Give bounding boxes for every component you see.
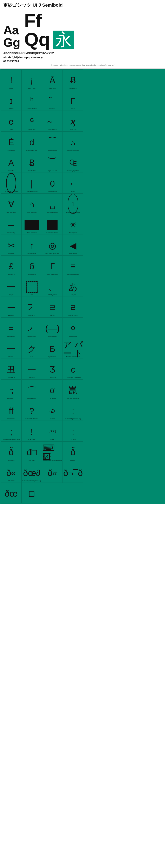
grid-row: ðœ□ <box>1 483 164 503</box>
cell-label: Misc Math Symbols B <box>42 253 63 254</box>
cell-glyph <box>6 173 16 193</box>
cell: ΓGreek <box>63 90 83 111</box>
cell: 1Enclosed Alphanums <box>63 193 83 214</box>
cell: ㄹKanbun <box>42 297 63 317</box>
cell-glyph: ff <box>9 400 14 421</box>
cell-label: CJK Ext I <box>63 459 83 461</box>
cell: ーKatakana <box>1 297 22 317</box>
grid-row: ∀Math Operators⌂Misc Technical␣Control P… <box>1 193 164 214</box>
cell-glyph: ðœ∂ <box>23 462 40 483</box>
cell-label: Latin 1 Sup <box>22 87 42 89</box>
cell: dPhonetic Ext Sup <box>22 131 42 152</box>
cell-glyph: ϗ <box>70 111 76 131</box>
cell-label: Latin Ext C <box>1 273 21 275</box>
cell: ⌒Vertical Forms <box>22 379 42 400</box>
cell: (—)Enclosed CJK <box>42 317 63 338</box>
cell-glyph: È <box>8 132 14 152</box>
cell-label: CJK Compat Ideographs <box>63 377 83 378</box>
cell-label: CJK Compat Forms <box>63 397 83 399</box>
cell: ◀Misc Arrows <box>63 235 83 255</box>
cell: 一Kangxi <box>1 276 22 297</box>
cell-glyph: ð« <box>48 462 57 483</box>
cell: ̴Diacritics Ext <box>42 111 63 131</box>
cell: ГSup Punctuation <box>42 255 63 276</box>
alphabet-row: ABCDEFGHIJKLMNOPQRSTUVWXYZ abcdefghijklm… <box>3 51 162 64</box>
cell-glyph: 一 <box>28 359 36 379</box>
cell: cCJK Compat Ideographs <box>63 359 83 379</box>
cell: ̈Diacritics <box>42 90 63 111</box>
cell-label: Cyrillic Ext B <box>42 356 63 358</box>
cell-glyph: ← <box>69 173 77 193</box>
cell-glyph: ; <box>10 421 12 441</box>
cell: ᆯBopomofo Ext <box>63 297 83 317</box>
source-line: © Design by fontbe.com Font Source: http… <box>3 64 162 67</box>
cell-glyph: : <box>72 421 74 441</box>
cell-glyph: 1 <box>68 194 78 214</box>
cell-glyph: ↑ <box>30 235 34 255</box>
cell: ꩜Specials <box>42 400 63 421</box>
cell: ð«CJK Ext G <box>1 462 22 483</box>
cell-glyph: ㄹ <box>48 297 57 317</box>
cell-label: IEC <box>22 294 42 296</box>
cell-label: Diacritics <box>42 108 63 110</box>
grid-row: еCyrillicᴳCyrillic Sup̴Diacritics ExtϗCy… <box>1 111 164 131</box>
cell-glyph: 一 <box>7 276 15 297</box>
grid-row: 丑Latin Ext D一Kayah LiƷLatin Ext EcCJK Co… <box>1 359 164 379</box>
cell-glyph: ð¬¯ð <box>63 462 83 483</box>
cell-label: Greek <box>63 108 83 110</box>
cell-label: Bopomofo <box>22 315 42 316</box>
cell: ffSmall Forms <box>1 400 22 421</box>
cell: ᴳCyrillic Sup <box>22 111 42 131</box>
cell: Diacritics For Symbols <box>1 173 22 193</box>
grid-row: ΑGreek ExtɃPunctuation͝͝Super And Sub₠Cu… <box>1 152 164 173</box>
cell-glyph: ¡ <box>30 70 33 90</box>
cell-label: Specials <box>42 418 63 420</box>
cell-glyph: ð̈ <box>8 442 14 462</box>
cell-glyph: ꞔ <box>9 380 13 400</box>
cell-label: Diacritics Sup <box>42 149 63 151</box>
cell: ꞔAlphabetic FF <box>1 379 22 400</box>
preview-ff: FfQq <box>24 11 50 49</box>
cell-label: Geometric Shapes <box>42 232 63 234</box>
cell-glyph: ◀ <box>70 235 76 255</box>
cell-glyph: Γ <box>71 90 75 111</box>
header: 更紗ゴシック UI J Semibold AaGg FfQq 永 ABCDEFG… <box>0 0 165 69</box>
cell: ɪIPA Ext <box>1 90 22 111</box>
cell-glyph: Ā <box>49 70 55 90</box>
cell-label: Sup Punctuation <box>42 273 63 275</box>
grid-row: ;Enclosed Ideographic Sup!CJK Ext B[OBJ]… <box>1 421 164 441</box>
cell: ð̈CJK Ext I <box>63 441 83 462</box>
cell-label: Misc Arrows <box>63 253 83 254</box>
cell-glyph: ⌨🖼 <box>42 442 63 462</box>
cell-glyph: ア パ ー ト <box>63 338 83 359</box>
grid-row: ffSmall Forms?Half And Full Forms꩜Specia… <box>1 400 164 421</box>
cell-glyph: ꩜ <box>48 400 57 421</box>
cell-glyph: ! <box>31 421 33 441</box>
cell: ᲐLatin Ext Additional <box>63 131 83 152</box>
cell: ðœ <box>1 483 22 503</box>
cell-label: CJK Radicals Sup <box>63 273 83 275</box>
cell-label: Latin Ext B <box>63 87 83 89</box>
cell-label: Enclosed Alphanums <box>63 211 83 213</box>
cell-glyph: Ა <box>71 132 75 152</box>
cell-label: Cyrillic Sup <box>22 129 42 130</box>
grid-row: ɪIPA ExtʰModifier Letters̈DiacriticsΓGre… <box>1 90 164 111</box>
cell-glyph: ≡ <box>71 256 76 276</box>
cell-glyph: ɪ <box>9 90 13 111</box>
grid-row: ÈPhonetic ExtdPhonetic Ext Sup͝Diacritic… <box>1 131 164 152</box>
cell-glyph: あ <box>69 276 78 297</box>
cell-label: Kanbun <box>42 315 63 316</box>
cell-label: Enclosed CJK <box>42 335 63 337</box>
cell: |Letterlike Symbols <box>22 173 42 193</box>
cell-glyph: □ <box>29 483 34 503</box>
cell-glyph: б <box>29 256 34 276</box>
cell-glyph: ⌂ <box>29 194 34 214</box>
cell: ĀLatin Ext A <box>42 69 63 90</box>
cell-glyph: Ƀ <box>70 70 76 90</box>
cell-label: Half And Full Forms <box>22 418 42 420</box>
cell-label: Letterlike Symbols <box>22 191 42 192</box>
cell: ðœ∂CJK Compat Ideographs Sup <box>22 462 42 483</box>
cell-glyph: £ <box>9 256 13 276</box>
grid-row: ✂Dingbats↑Sup Arrows B◎Misc Math Symbols… <box>1 235 164 255</box>
cell-label: IPA Ext <box>1 108 21 110</box>
